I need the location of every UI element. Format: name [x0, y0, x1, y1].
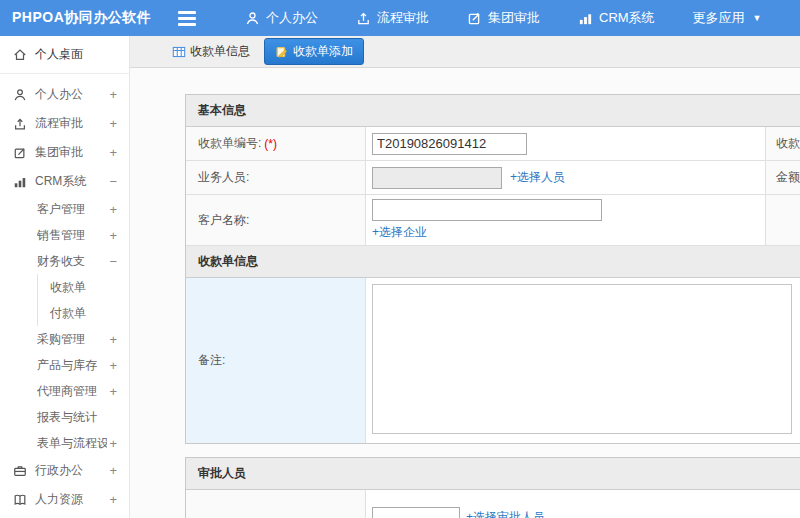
expand-toggle[interactable]: + [109, 463, 117, 478]
process-icon [13, 117, 27, 131]
expand-toggle[interactable]: + [109, 358, 117, 373]
remark-textarea[interactable] [372, 284, 792, 434]
add-note-icon [275, 45, 289, 59]
row-salesman: 业务人员: +选择人员 金额: [186, 161, 800, 195]
sidebar-item-human-resources[interactable]: 人力资源 + [0, 485, 129, 514]
salesman-cell: +选择人员 [366, 161, 766, 194]
nav-more-apps[interactable]: 更多应用 ▼ [674, 0, 781, 36]
hamburger-menu-icon[interactable] [178, 11, 204, 26]
sidebar-item-reports-stats[interactable]: 报表与统计 [0, 404, 129, 430]
expand-toggle[interactable]: + [109, 87, 117, 102]
section-header-approval: 审批人员 [186, 458, 800, 490]
sidebar-item-payment-order[interactable]: 付款单 [38, 300, 129, 326]
set-approver-label: 设置审批人员: (*) [186, 490, 366, 518]
app-window: PHPOA协同办公软件 个人办公 流程审批 集团审批 CRM系统 更多应用 ▼ [0, 0, 800, 518]
remark-label: 备注: [186, 278, 366, 443]
sidebar-item-receipt-order[interactable]: 收款单 [38, 274, 129, 300]
chart-icon [13, 175, 27, 189]
sidebar-item-agent-mgmt[interactable]: 代理商管理 + [0, 378, 129, 404]
nav-personal-office[interactable]: 个人办公 [226, 0, 337, 36]
sidebar-item-document-mgmt[interactable]: 公文管理 + [0, 514, 129, 518]
top-header: PHPOA协同办公软件 个人办公 流程审批 集团审批 CRM系统 更多应用 ▼ [0, 0, 800, 36]
amount-label: 金额: [766, 161, 800, 194]
expand-toggle[interactable]: + [109, 332, 117, 347]
caret-down-icon: ▼ [753, 13, 762, 23]
sidebar-item-purchase-mgmt[interactable]: 采购管理 + [0, 326, 129, 352]
expand-toggle[interactable]: + [109, 228, 117, 243]
approval-table: 审批人员 设置审批人员: (*) +选择审批人员 提醒审 [185, 457, 800, 518]
top-nav: 个人办公 流程审批 集团审批 CRM系统 更多应用 ▼ [226, 0, 781, 36]
approver-cell: +选择审批人员 提醒审批人员: 短消息提示 注：流程第一步审批人员，这里选择你的… [366, 490, 800, 518]
process-icon [356, 11, 371, 26]
sidebar-item-customer-mgmt[interactable]: 客户管理 + [0, 196, 129, 222]
nav-process-approval[interactable]: 流程审批 [337, 0, 448, 36]
salesman-label: 业务人员: [186, 161, 366, 194]
sidebar-item-crm-system[interactable]: CRM系统 − [0, 167, 129, 196]
collapse-toggle[interactable]: − [109, 174, 117, 189]
table-icon [172, 45, 186, 59]
required-mark: (*) [264, 137, 277, 151]
sidebar: 个人桌面 个人办公 + 流程审批 + 集团审批 + CRM系统 − [0, 36, 130, 518]
approver-input[interactable] [372, 507, 460, 518]
sidebar-item-product-inventory[interactable]: 产品与库存 + [0, 352, 129, 378]
section-header-receipt-info: 收款单信息 [186, 246, 800, 278]
sidebar-item-personal-desktop[interactable]: 个人桌面 [0, 40, 129, 69]
tab-label: 收款单添加 [293, 43, 353, 60]
row-set-approver: 设置审批人员: (*) +选择审批人员 提醒审批人员: 短消息提示 [186, 490, 800, 518]
select-company-link[interactable]: +选择企业 [372, 224, 427, 241]
home-icon [13, 48, 27, 62]
section-header-basic-info: 基本信息 [186, 95, 800, 127]
select-approver-link[interactable]: +选择审批人员 [466, 509, 545, 518]
approval-icon [13, 146, 27, 160]
tab-receipt-add[interactable]: 收款单添加 [264, 38, 364, 65]
receipt-number-cell [366, 127, 766, 160]
briefcase-icon [13, 464, 27, 478]
sidebar-item-finance[interactable]: 财务收支 − [0, 248, 129, 274]
sidebar-item-sales-mgmt[interactable]: 销售管理 + [0, 222, 129, 248]
tab-bar: 收款单信息 收款单添加 [130, 36, 800, 68]
receipt-number-input[interactable] [372, 133, 527, 155]
row-customer-name: 客户名称: +选择企业 [186, 195, 800, 246]
sidebar-item-process-approval[interactable]: 流程审批 + [0, 109, 129, 138]
tab-receipt-info[interactable]: 收款单信息 [164, 39, 258, 64]
receipt-date-label: 收款单 [766, 127, 800, 160]
empty-cell [766, 195, 800, 245]
nav-label: 集团审批 [488, 9, 540, 27]
finance-submenu: 收款单 付款单 [37, 274, 129, 326]
app-title: PHPOA协同办公软件 [0, 9, 150, 27]
customer-name-input[interactable] [372, 199, 602, 221]
nav-label: 流程审批 [377, 9, 429, 27]
expand-toggle[interactable]: + [109, 436, 117, 451]
expand-toggle[interactable]: + [109, 384, 117, 399]
sidebar-item-admin-office[interactable]: 行政办公 + [0, 456, 129, 485]
customer-name-label: 客户名称: [186, 195, 366, 245]
nav-group-approval[interactable]: 集团审批 [448, 0, 559, 36]
nav-label: 个人办公 [266, 9, 318, 27]
person-icon [13, 88, 27, 102]
collapse-toggle[interactable]: − [109, 254, 117, 269]
receipt-form-table: 基本信息 收款单编号: (*) 收款单 业务人员: [185, 94, 800, 444]
sidebar-item-form-flow-settings[interactable]: 表单与流程设置 + [0, 430, 129, 456]
chart-icon [578, 11, 593, 26]
select-person-link[interactable]: +选择人员 [510, 169, 565, 186]
expand-toggle[interactable]: + [109, 145, 117, 160]
customer-name-cell: +选择企业 [366, 195, 766, 245]
approval-icon [467, 11, 482, 26]
book-icon [13, 493, 27, 507]
divider [0, 73, 129, 74]
form-content: 基本信息 收款单编号: (*) 收款单 业务人员: [130, 68, 800, 518]
remark-cell [366, 278, 800, 443]
table-gap [185, 444, 800, 457]
nav-crm-system[interactable]: CRM系统 [559, 0, 674, 36]
expand-toggle[interactable]: + [109, 116, 117, 131]
receipt-number-label: 收款单编号: (*) [186, 127, 366, 160]
nav-label: 更多应用 [693, 9, 745, 27]
nav-label: CRM系统 [599, 9, 655, 27]
expand-toggle[interactable]: + [109, 492, 117, 507]
person-icon [245, 11, 260, 26]
sidebar-item-group-approval[interactable]: 集团审批 + [0, 138, 129, 167]
tab-label: 收款单信息 [190, 43, 250, 60]
expand-toggle[interactable]: + [109, 202, 117, 217]
sidebar-item-personal-office[interactable]: 个人办公 + [0, 80, 129, 109]
salesman-input[interactable] [372, 167, 502, 189]
